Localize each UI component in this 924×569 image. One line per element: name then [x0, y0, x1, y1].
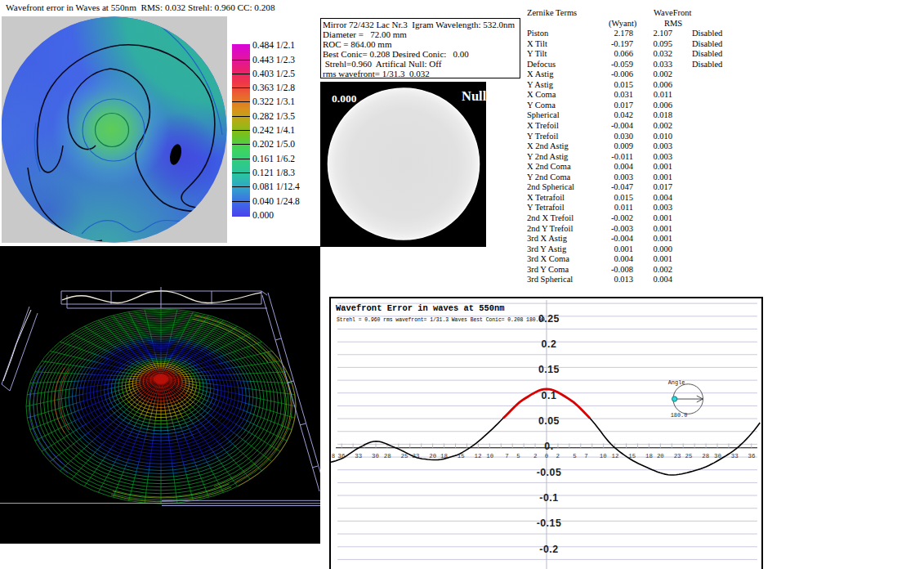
svg-text:180.0: 180.0: [671, 412, 688, 419]
svg-text:28: 28: [384, 453, 391, 459]
svg-text:10: 10: [600, 453, 607, 459]
svg-text:18: 18: [645, 453, 653, 459]
svg-text:Angle: Angle: [668, 379, 685, 386]
svg-text:Wavefront Error in waves at 55: Wavefront Error in waves at 550nm: [336, 303, 505, 313]
svg-text:15: 15: [458, 453, 465, 459]
svg-text:0.05: 0.05: [538, 415, 560, 427]
svg-text:Null: Null: [462, 88, 486, 104]
svg-text:Strehl = 0.960 rms wavefront=: Strehl = 0.960 rms wavefront= 1/31.3 Wav…: [337, 317, 545, 323]
svg-text:18: 18: [440, 453, 448, 459]
svg-text:5: 5: [573, 453, 576, 459]
svg-text:2: 2: [533, 453, 537, 459]
svg-text:12: 12: [612, 453, 619, 459]
svg-text:30: 30: [714, 453, 721, 459]
svg-text:12: 12: [475, 453, 482, 459]
svg-text:-0.2: -0.2: [539, 544, 558, 555]
svg-text:0.2: 0.2: [542, 338, 557, 350]
svg-text:8: 8: [332, 453, 335, 459]
svg-text:0.15: 0.15: [538, 364, 560, 375]
svg-text:28: 28: [702, 453, 709, 459]
svg-text:0.: 0.: [544, 441, 553, 452]
svg-text:33: 33: [731, 453, 739, 459]
svg-text:0: 0: [545, 453, 548, 459]
svg-text:5: 5: [516, 453, 520, 459]
svg-text:23: 23: [674, 453, 681, 459]
svg-text:25: 25: [685, 453, 692, 459]
svg-text:33: 33: [355, 453, 362, 459]
svg-text:-0.05: -0.05: [537, 467, 562, 478]
svg-text:25: 25: [401, 453, 408, 459]
svg-text:15: 15: [628, 453, 636, 459]
svg-text:7: 7: [584, 453, 587, 459]
svg-text:10: 10: [486, 453, 493, 459]
svg-text:36: 36: [338, 453, 346, 459]
svg-text:23: 23: [412, 453, 419, 459]
svg-text:-0.1: -0.1: [539, 492, 558, 504]
svg-text:0.000: 0.000: [332, 92, 357, 105]
svg-text:20: 20: [429, 453, 436, 459]
svg-text:30: 30: [372, 453, 379, 459]
svg-text:36: 36: [748, 453, 756, 459]
svg-text:2: 2: [556, 453, 560, 459]
svg-text:7: 7: [505, 453, 508, 459]
svg-text:-0.15: -0.15: [537, 517, 562, 529]
svg-text:0.1: 0.1: [542, 390, 557, 401]
svg-text:20: 20: [657, 453, 664, 459]
